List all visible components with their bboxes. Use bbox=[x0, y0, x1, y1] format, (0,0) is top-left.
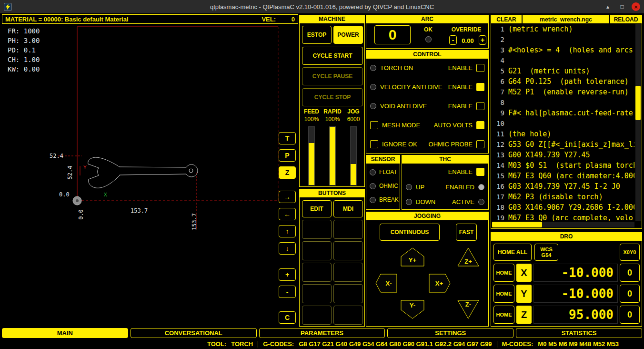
tab[interactable]: STATISTICS bbox=[516, 328, 642, 338]
auto-volts-checkbox[interactable] bbox=[476, 121, 484, 129]
velocity-anti-dive-checkbox[interactable] bbox=[476, 83, 484, 91]
rapid-slider[interactable] bbox=[329, 126, 336, 185]
arc-ok-led bbox=[425, 36, 432, 42]
custom-button-empty[interactable] bbox=[302, 220, 332, 239]
mdi-button[interactable]: MDI bbox=[333, 200, 363, 217]
home-x-button[interactable]: HOME bbox=[493, 264, 514, 282]
clear-button[interactable]: CLEAR bbox=[491, 15, 522, 23]
gcode-text-view[interactable]: 1(metric wrench) 2 3#<holes> = 4 (holes … bbox=[492, 24, 634, 221]
continuous-jog-button[interactable]: CONTINUOUS bbox=[380, 224, 440, 241]
preview-canvas[interactable]: FR: 1000 PH: 3.00 PD: 0.1 CH: 1.00 KW: 0… bbox=[2, 24, 298, 327]
preview-tool-button[interactable]: ↑ bbox=[279, 225, 296, 237]
override-plus-button[interactable]: + bbox=[479, 35, 486, 45]
home-all-button[interactable]: HOME ALL bbox=[493, 244, 532, 261]
preview-tool-button[interactable]: ↓ bbox=[279, 242, 296, 255]
gcode-line-number: 14 bbox=[492, 160, 504, 171]
velocity-anti-dive-row: VELOCITY ANTI DIVE ENABLE bbox=[370, 82, 484, 92]
preview-tool-button[interactable]: P bbox=[279, 149, 296, 162]
preview-tool-button[interactable]: T bbox=[279, 132, 296, 144]
close-button[interactable]: × bbox=[632, 2, 640, 11]
x0y0-button[interactable]: X0Y0 bbox=[620, 244, 640, 261]
mesh-mode-checkbox[interactable] bbox=[370, 121, 378, 129]
override-value: 0.00 bbox=[458, 37, 478, 44]
arc-voltage-display: 0 bbox=[374, 25, 411, 44]
override-minus-button[interactable]: - bbox=[449, 35, 457, 45]
zero-z-button[interactable]: 0 bbox=[620, 306, 640, 324]
jog-z-plus-button[interactable]: Z+ bbox=[458, 248, 479, 266]
axis-letter-y[interactable]: Y bbox=[516, 285, 532, 303]
gcode-vertical-scrollbar-thumb[interactable] bbox=[635, 86, 641, 120]
feed-slider[interactable] bbox=[308, 126, 315, 185]
ignore-ok-checkbox[interactable] bbox=[370, 140, 378, 148]
preview-tool-button[interactable]: + bbox=[279, 268, 296, 281]
jog-slider[interactable] bbox=[350, 126, 357, 185]
thc-panel: THC ENABLE UP ENABLED DOWN ACTIVE bbox=[402, 155, 489, 210]
jog-z-minus-button[interactable]: Z- bbox=[458, 300, 479, 318]
preview-tool-button[interactable]: → bbox=[279, 191, 296, 203]
tab[interactable]: CONVERSATIONAL bbox=[131, 328, 257, 338]
custom-button-empty[interactable] bbox=[333, 284, 363, 303]
cycle-pause-button[interactable]: CYCLE PAUSE bbox=[302, 67, 363, 85]
preview-tool-button[interactable]: ← bbox=[279, 208, 296, 220]
custom-button-empty[interactable] bbox=[333, 241, 363, 260]
wcs-button[interactable]: WCS G54 bbox=[534, 244, 558, 261]
thc-up-label: UP bbox=[416, 184, 424, 191]
gcode-line: 5G21 (metric units) bbox=[492, 66, 634, 76]
gcode-line-number: 7 bbox=[492, 87, 504, 97]
velocity-anti-dive-enable-label: ENABLE bbox=[448, 83, 473, 91]
jog-x-minus-button[interactable]: X- bbox=[376, 274, 397, 292]
fast-jog-button[interactable]: FAST bbox=[456, 224, 477, 241]
tab[interactable]: MAIN bbox=[2, 328, 128, 338]
torch-on-enable-checkbox[interactable] bbox=[476, 64, 484, 72]
maximize-button[interactable]: □ bbox=[617, 2, 627, 11]
loaded-file-name: metric_wrench.ngc bbox=[523, 15, 609, 23]
thc-enabled-led bbox=[478, 184, 484, 190]
thc-active-label: ACTIVE bbox=[452, 198, 474, 205]
thc-enable-checkbox[interactable] bbox=[476, 168, 484, 176]
gcode-line-text: G00 X149.739 Y27.45 bbox=[508, 151, 590, 159]
material-selector[interactable]: MATERIAL = 00000: Basic default Material bbox=[5, 16, 129, 23]
thc-header: THC bbox=[402, 155, 488, 164]
gcode-line-number: 19 bbox=[492, 213, 504, 221]
gcode-horizontal-scrollbar-thumb[interactable] bbox=[492, 222, 542, 227]
cycle-stop-button[interactable]: CYCLE STOP bbox=[302, 88, 363, 106]
zero-x-button[interactable]: 0 bbox=[620, 264, 640, 282]
gcode-vertical-scrollbar[interactable] bbox=[635, 24, 641, 221]
cycle-start-button[interactable]: CYCLE START bbox=[302, 47, 363, 65]
wcs-line1: WCS bbox=[540, 246, 553, 252]
home-z-button[interactable]: HOME bbox=[493, 306, 514, 324]
jog-y-plus-button[interactable]: Y+ bbox=[401, 248, 424, 266]
void-anti-dive-label: VOID ANTI DIVE bbox=[380, 103, 427, 110]
preview-tool-button[interactable]: Z bbox=[279, 166, 296, 179]
custom-button-empty[interactable] bbox=[302, 263, 332, 282]
custom-button-empty[interactable] bbox=[333, 263, 363, 282]
estop-button[interactable]: ESTOP bbox=[302, 26, 332, 44]
jog-x-plus-button[interactable]: X+ bbox=[429, 274, 450, 292]
power-button[interactable]: POWER bbox=[333, 26, 363, 44]
axis-letter-z[interactable]: Z bbox=[516, 306, 532, 324]
gcode-horizontal-scrollbar[interactable] bbox=[492, 222, 634, 227]
custom-button-empty[interactable] bbox=[302, 284, 332, 303]
zero-y-button[interactable]: 0 bbox=[620, 285, 640, 303]
reload-button[interactable]: RELOAD bbox=[610, 15, 642, 23]
tab[interactable]: SETTINGS bbox=[387, 328, 513, 338]
preview-tool-button[interactable]: C bbox=[279, 311, 296, 324]
custom-button-empty[interactable] bbox=[333, 306, 363, 325]
ohmic-probe-checkbox[interactable] bbox=[476, 140, 484, 148]
home-y-button[interactable]: HOME bbox=[493, 285, 514, 303]
jog-y-minus-button[interactable]: Y- bbox=[401, 300, 424, 318]
preview-tool-button[interactable]: - bbox=[279, 286, 296, 298]
gcode-line-number: 15 bbox=[492, 171, 504, 181]
custom-button-empty[interactable] bbox=[302, 241, 332, 260]
custom-button-empty[interactable] bbox=[333, 220, 363, 239]
edit-button[interactable]: EDIT bbox=[302, 200, 332, 217]
jog-slider-fill bbox=[351, 164, 356, 185]
axis-letter-x[interactable]: X bbox=[516, 264, 532, 282]
custom-button-empty[interactable] bbox=[302, 306, 332, 325]
shade-button[interactable]: ▴ bbox=[603, 2, 613, 11]
mcodes-value: M0 M5 M6 M9 M48 M52 M53 bbox=[538, 340, 619, 348]
tab[interactable]: PARAMETERS bbox=[259, 328, 385, 338]
status-divider bbox=[258, 341, 258, 348]
void-anti-dive-enable-label: ENABLE bbox=[448, 103, 473, 110]
void-anti-dive-checkbox[interactable] bbox=[476, 102, 484, 110]
